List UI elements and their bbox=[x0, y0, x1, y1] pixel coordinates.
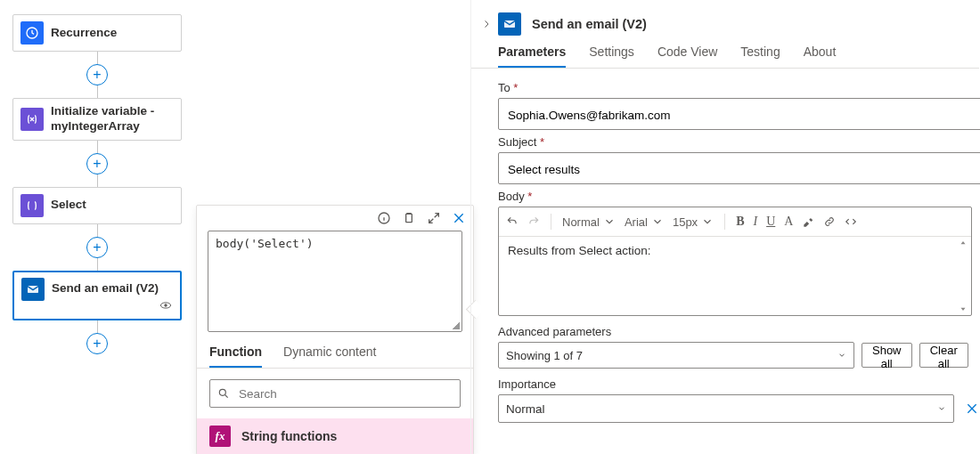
tab-about[interactable]: About bbox=[804, 45, 837, 68]
scroll-up-icon bbox=[959, 239, 968, 247]
subject-input[interactable] bbox=[498, 152, 980, 184]
advanced-label: Advanced parameters bbox=[498, 325, 968, 338]
clear-all-button[interactable]: Clear all bbox=[919, 343, 968, 368]
fx-icon: fx bbox=[209, 426, 231, 447]
block-style-select[interactable]: Normal bbox=[562, 215, 616, 229]
node-recurrence[interactable]: Recurrence bbox=[12, 14, 182, 52]
expression-panel: body('Select') Function Dynamic content … bbox=[196, 205, 474, 454]
tab-parameters[interactable]: Parameters bbox=[498, 45, 566, 68]
underline-button[interactable]: U bbox=[766, 215, 775, 229]
search-field[interactable] bbox=[237, 386, 453, 401]
svg-point-3 bbox=[165, 304, 167, 307]
remove-parameter-button[interactable] bbox=[965, 401, 979, 416]
scroll-down-icon bbox=[959, 304, 968, 313]
outlook-icon bbox=[498, 12, 521, 36]
code-button[interactable] bbox=[845, 215, 857, 228]
add-step-button[interactable]: + bbox=[86, 153, 108, 174]
category-label: String functions bbox=[241, 429, 337, 443]
outlook-icon bbox=[21, 278, 45, 301]
select-icon bbox=[20, 194, 44, 217]
font-size-select[interactable]: 15px bbox=[673, 215, 714, 229]
svg-rect-5 bbox=[406, 214, 412, 222]
chevron-down-icon bbox=[937, 404, 946, 413]
info-icon[interactable] bbox=[377, 211, 391, 225]
tab-dynamic-content[interactable]: Dynamic content bbox=[283, 345, 376, 368]
panel-title: Send an email (V2) bbox=[532, 17, 647, 31]
search-icon bbox=[217, 387, 230, 400]
tab-settings[interactable]: Settings bbox=[589, 45, 634, 68]
undo-icon[interactable] bbox=[506, 215, 519, 228]
action-panel: Send an email (V2) Parameters Settings C… bbox=[470, 0, 979, 454]
node-initialize-variable[interactable]: Initialize variable - myIntegerArray bbox=[12, 98, 182, 141]
redo-icon[interactable] bbox=[527, 215, 540, 228]
collapse-button[interactable] bbox=[475, 19, 498, 29]
clipboard-icon[interactable] bbox=[402, 211, 416, 225]
bold-button[interactable]: B bbox=[736, 215, 744, 229]
recurrence-icon bbox=[20, 21, 44, 45]
font-family-select[interactable]: Arial bbox=[625, 215, 664, 229]
add-step-button[interactable]: + bbox=[86, 64, 108, 85]
body-textarea[interactable]: Results from Select action: bbox=[499, 237, 971, 315]
expand-icon[interactable] bbox=[427, 211, 441, 225]
expression-input[interactable]: body('Select') bbox=[208, 231, 462, 332]
node-label: Select bbox=[51, 198, 86, 213]
node-label: Recurrence bbox=[51, 26, 117, 41]
subject-label: Subject bbox=[498, 135, 968, 149]
chevron-down-icon bbox=[837, 351, 846, 360]
add-step-button[interactable]: + bbox=[86, 333, 108, 354]
tab-testing[interactable]: Testing bbox=[740, 45, 780, 68]
svg-point-6 bbox=[219, 389, 225, 395]
dynamic-content-slot[interactable] bbox=[21, 301, 173, 313]
tab-function[interactable]: Function bbox=[209, 345, 262, 368]
scrollbar[interactable] bbox=[959, 239, 969, 313]
importance-select[interactable]: Normal bbox=[498, 394, 954, 423]
node-label: Initialize variable - myIntegerArray bbox=[51, 104, 174, 134]
link-button[interactable] bbox=[823, 215, 836, 228]
search-input[interactable] bbox=[209, 379, 461, 408]
close-icon[interactable] bbox=[452, 211, 466, 225]
node-send-email[interactable]: Send an email (V2) bbox=[12, 271, 182, 320]
advanced-select[interactable]: Showing 1 of 7 bbox=[498, 342, 854, 369]
flow-column: Recurrence + Initialize variable - myInt… bbox=[12, 14, 182, 354]
italic-button[interactable]: I bbox=[753, 215, 757, 229]
tab-code-view[interactable]: Code View bbox=[657, 45, 717, 68]
body-editor: Normal Arial 15px B I U A Results from S… bbox=[498, 207, 972, 316]
category-string-functions[interactable]: fx String functions bbox=[197, 418, 473, 454]
importance-label: Importance bbox=[498, 377, 968, 391]
show-all-button[interactable]: Show all bbox=[862, 343, 912, 368]
variable-icon bbox=[20, 108, 44, 131]
font-color-button[interactable]: A bbox=[784, 215, 793, 229]
add-step-button[interactable]: + bbox=[86, 237, 108, 258]
highlight-button[interactable] bbox=[802, 215, 814, 228]
to-input[interactable] bbox=[498, 98, 980, 130]
body-label: Body bbox=[498, 190, 968, 203]
to-label: To bbox=[498, 81, 968, 94]
node-select[interactable]: Select bbox=[12, 187, 182, 224]
node-label: Send an email (V2) bbox=[52, 281, 159, 296]
